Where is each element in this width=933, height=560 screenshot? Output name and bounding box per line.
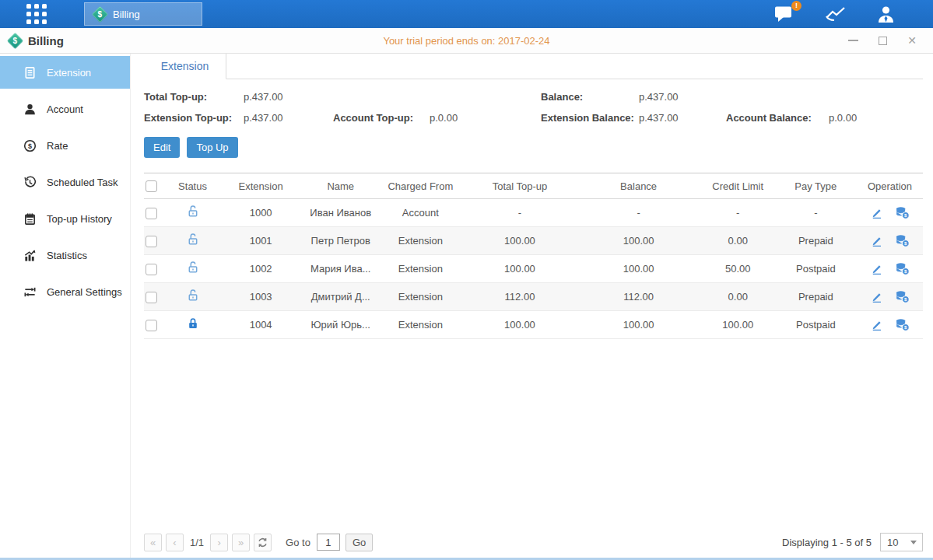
table-row: 1000 Иван Иванов Account - - - - $ [144,199,923,227]
status-unlocked-icon [186,205,200,219]
total-topup-value: p.437.00 [244,91,333,103]
row-checkbox[interactable] [146,264,157,275]
account-balance-label: Account Balance: [726,112,829,124]
apps-grid-icon[interactable] [26,4,50,24]
titlebar-left: $ Billing [0,34,64,47]
cell-extension: 1003 [218,283,303,311]
balance-label: Balance: [541,91,639,103]
status-unlocked-icon [186,261,200,275]
header-status: Status [167,173,218,199]
page-size-value: 10 [881,537,910,548]
taskbar-tab-billing[interactable]: $ Billing [84,2,202,26]
sidebar-item-extension[interactable]: Extension [0,56,130,89]
svg-text:$: $ [904,324,907,330]
cell-balance: 100.00 [577,255,701,283]
cell-extension: 1002 [218,255,303,283]
extension-balance-label: Extension Balance: [541,112,639,124]
topup-coins-icon[interactable]: $ [895,290,910,303]
billing-app-window: $ Billing ! $ Billing Your trial period … [0,0,933,560]
edit-button[interactable]: Edit [144,137,180,158]
window-controls: ✕ [847,35,933,46]
cell-charged-from: Extension [377,227,463,255]
next-page-button[interactable]: › [210,534,228,551]
chat-icon[interactable]: ! [774,5,795,23]
sidebar-item-topup-history[interactable]: Top-up History [0,202,130,235]
account-icon [23,103,37,116]
select-all-checkbox[interactable] [146,180,157,192]
edit-pencil-icon[interactable] [870,290,883,303]
statistics-icon [23,249,37,262]
close-button[interactable]: ✕ [907,35,917,46]
sidebar-item-general-settings[interactable]: General Settings [0,275,130,308]
edit-pencil-icon[interactable] [870,262,883,275]
edit-pencil-icon[interactable] [870,206,883,219]
minimize-button[interactable] [847,35,858,46]
topup-coins-icon[interactable]: $ [895,206,910,219]
row-checkbox[interactable] [146,236,157,247]
cell-total-topup: 112.00 [463,283,576,311]
topup-coins-icon[interactable]: $ [895,318,910,331]
extensions-table: Status Extension Name Charged From Total… [144,173,923,339]
cell-balance: 100.00 [577,311,701,339]
row-checkbox[interactable] [146,320,157,331]
sidebar-item-scheduled-task[interactable]: Scheduled Task [0,166,130,198]
header-operation: Operation [857,173,923,199]
cell-balance: 112.00 [577,283,701,311]
goto-label: Go to [286,537,310,548]
cell-pay-type: Postpaid [775,311,857,339]
table-row: 1002 Мария Ива... Extension 100.00 100.0… [144,255,923,283]
svg-text:$: $ [904,240,907,246]
topup-button[interactable]: Top Up [187,137,237,158]
go-button[interactable]: Go [345,534,373,551]
extension-topup-label: Extension Top-up: [144,112,244,124]
cell-extension: 1004 [218,311,303,339]
sidebar-item-label: Extension [47,67,91,79]
cell-charged-from: Extension [377,311,463,339]
user-icon[interactable] [876,5,896,23]
cell-charged-from: Account [377,199,463,227]
page-indicator: 1/1 [190,537,204,548]
row-checkbox[interactable] [146,292,157,303]
balance-summary: Total Top-up: p.437.00 Extension Top-up:… [144,91,923,124]
sidebar-item-account[interactable]: Account [0,93,130,125]
row-checkbox[interactable] [146,208,157,219]
header-charged-from: Charged From [377,173,463,199]
refresh-button[interactable] [254,534,272,551]
svg-text:$: $ [904,296,907,302]
cell-name: Петр Петров [303,227,377,255]
prev-page-button[interactable]: ‹ [166,534,184,551]
status-unlocked-icon [186,289,200,303]
cell-total-topup: 100.00 [463,255,576,283]
sidebar-item-label: Scheduled Task [47,177,118,188]
table-header-row: Status Extension Name Charged From Total… [144,173,923,199]
action-buttons: Edit Top Up [144,137,923,158]
refresh-icon [258,537,268,548]
cell-balance: 100.00 [577,227,701,255]
last-page-button[interactable]: » [232,534,250,551]
status-unlocked-icon [186,233,200,247]
first-page-button[interactable]: « [144,534,162,551]
extension-topup-value: p.437.00 [244,112,333,124]
page-size-dropdown[interactable]: 10 [880,533,923,551]
header-pay-type: Pay Type [775,173,857,199]
edit-pencil-icon[interactable] [870,318,883,331]
rate-icon: $ [23,139,37,152]
goto-page-input[interactable] [317,534,340,551]
topup-coins-icon[interactable]: $ [895,234,910,247]
header-credit-limit: Credit Limit [701,173,775,199]
sidebar-item-label: General Settings [47,286,122,298]
tab-extension[interactable]: Extension [144,54,226,79]
edit-pencil-icon[interactable] [870,234,883,247]
tab-strip: Extension [144,54,923,79]
billing-app-icon: $ [7,32,23,48]
sidebar-item-statistics[interactable]: Statistics [0,239,130,271]
cell-pay-type: Prepaid [775,227,857,255]
sidebar-item-rate[interactable]: $ Rate [0,129,130,162]
topup-coins-icon[interactable]: $ [895,262,910,275]
table-row: 1004 Юрий Юрь... Extension 100.00 100.00… [144,311,923,339]
cell-total-topup: 100.00 [463,311,576,339]
maximize-button[interactable] [877,35,888,46]
account-balance-value: p.0.00 [829,112,923,124]
cell-charged-from: Extension [377,255,463,283]
chart-icon[interactable] [825,5,847,23]
